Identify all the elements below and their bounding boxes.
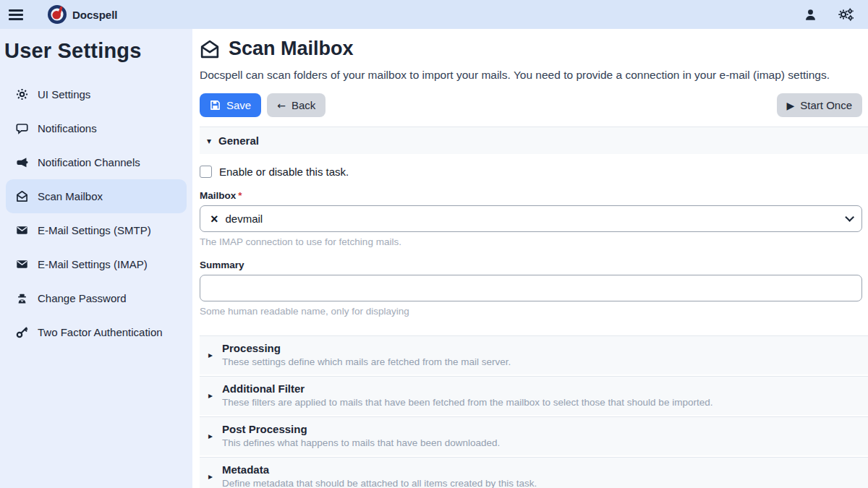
sidebar-item-label: Scan Mailbox xyxy=(38,190,103,202)
megaphone-icon xyxy=(16,156,28,168)
sidebar-item-notification-channels[interactable]: Notification Channels xyxy=(6,145,187,179)
section-processing[interactable]: ▸ Processing These settings define which… xyxy=(200,335,868,374)
topbar: Docspell xyxy=(0,0,868,29)
sidebar-item-label: UI Settings xyxy=(38,88,90,100)
envelope-open-icon xyxy=(200,39,220,59)
collapsed-sections: ▸ Processing These settings define which… xyxy=(200,335,868,488)
section-metadata[interactable]: ▸ Metadata Define metadata that should b… xyxy=(200,457,868,488)
main-content: Scan Mailbox Docspell can scan folders o… xyxy=(192,29,868,488)
envelope-open-icon xyxy=(16,190,28,202)
page-description: Docspell can scan folders of your mailbo… xyxy=(200,67,862,84)
play-icon: ▶ xyxy=(787,100,795,111)
sidebar-item-label: Change Password xyxy=(38,292,127,304)
toolbar: Save ← Back ▶ Start Once xyxy=(200,93,862,117)
sidebar-item-email-imap[interactable]: E-Mail Settings (IMAP) xyxy=(6,247,187,281)
user-secret-icon xyxy=(16,293,28,304)
page-title: Scan Mailbox xyxy=(229,38,354,60)
arrow-left-icon: ← xyxy=(277,100,286,111)
caret-right-icon: ▸ xyxy=(208,463,213,488)
hamburger-menu-icon[interactable] xyxy=(9,8,23,22)
sidebar-item-ui-settings[interactable]: UI Settings xyxy=(6,77,187,111)
sidebar: User Settings UI Settings xyxy=(0,29,192,488)
summary-label: Summary xyxy=(200,260,862,270)
caret-right-icon: ▸ xyxy=(208,382,213,408)
mailbox-help-text: The IMAP connection to use for fetching … xyxy=(200,236,862,247)
general-section-title: General xyxy=(218,134,259,147)
section-description: This defines what happens to mails that … xyxy=(222,437,500,448)
envelope-icon xyxy=(16,258,28,270)
docspell-logo-icon xyxy=(48,5,67,24)
section-post-processing[interactable]: ▸ Post Processing This defines what happ… xyxy=(200,416,868,455)
sidebar-item-label: Two Factor Authentication xyxy=(38,326,163,338)
sidebar-title: User Settings xyxy=(0,36,192,63)
sidebar-item-notifications[interactable]: Notifications xyxy=(6,111,187,145)
save-button[interactable]: Save xyxy=(200,93,261,117)
sidebar-item-two-factor[interactable]: Two Factor Authentication xyxy=(6,315,187,349)
mailbox-label: Mailbox* xyxy=(200,190,862,201)
comment-icon xyxy=(16,122,28,134)
mailbox-select[interactable]: × devmail xyxy=(200,205,862,232)
enable-task-checkbox[interactable] xyxy=(200,166,212,178)
section-title: Metadata xyxy=(222,463,537,476)
brand[interactable]: Docspell xyxy=(48,5,118,24)
sidebar-nav: UI Settings Notifications Notificat xyxy=(0,77,192,349)
floppy-disk-icon xyxy=(210,100,221,111)
section-description: These settings define which mails are fe… xyxy=(222,356,511,367)
summary-input[interactable] xyxy=(200,275,862,301)
sidebar-item-label: Notifications xyxy=(38,122,97,134)
envelope-icon xyxy=(16,224,28,236)
section-description: These filters are applied to mails that … xyxy=(222,397,712,408)
caret-right-icon: ▸ xyxy=(208,342,213,367)
enable-task-row[interactable]: Enable or disable this task. xyxy=(200,166,862,178)
chevron-down-icon xyxy=(845,213,854,222)
section-description: Define metadata that should be attached … xyxy=(222,478,537,488)
summary-help-text: Some human readable name, only for displ… xyxy=(200,306,862,317)
section-title: Additional Filter xyxy=(222,382,712,395)
required-asterisk: * xyxy=(238,190,242,201)
caret-right-icon: ▸ xyxy=(208,423,213,448)
gear-icon xyxy=(16,88,28,100)
back-button[interactable]: ← Back xyxy=(267,93,326,117)
sidebar-item-email-smtp[interactable]: E-Mail Settings (SMTP) xyxy=(6,213,187,247)
general-section-header[interactable]: ▾ General xyxy=(200,127,868,154)
sidebar-item-scan-mailbox[interactable]: Scan Mailbox xyxy=(6,179,187,213)
sidebar-item-label: Notification Channels xyxy=(38,156,140,168)
enable-task-label: Enable or disable this task. xyxy=(219,166,349,178)
sidebar-item-label: E-Mail Settings (IMAP) xyxy=(38,258,148,270)
sidebar-item-change-password[interactable]: Change Password xyxy=(6,281,187,315)
section-additional-filter[interactable]: ▸ Additional Filter These filters are ap… xyxy=(200,376,868,415)
section-title: Processing xyxy=(222,342,511,354)
caret-down-icon: ▾ xyxy=(207,136,211,146)
gears-settings-icon[interactable] xyxy=(838,7,854,22)
app-title: Docspell xyxy=(72,9,118,21)
clear-selection-icon[interactable]: × xyxy=(210,213,218,226)
section-title: Post Processing xyxy=(222,423,500,435)
key-icon xyxy=(16,326,28,338)
user-account-icon[interactable] xyxy=(804,8,817,22)
start-once-button[interactable]: ▶ Start Once xyxy=(777,93,862,117)
mailbox-selected-value: devmail xyxy=(226,213,263,225)
sidebar-item-label: E-Mail Settings (SMTP) xyxy=(38,224,151,236)
